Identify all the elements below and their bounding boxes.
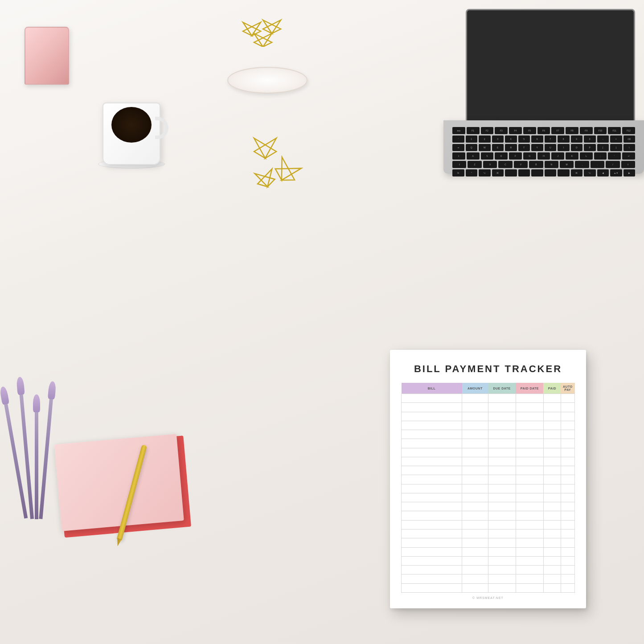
- cell-due_date-11[interactable]: [488, 493, 516, 502]
- keyboard-key[interactable]: F10: [594, 127, 607, 134]
- cell-due_date-18[interactable]: [488, 556, 516, 565]
- keyboard-key[interactable]: Z: [468, 161, 481, 168]
- cell-auto_pay-11[interactable]: [561, 493, 574, 502]
- cell-amount-12[interactable]: [462, 502, 488, 511]
- cell-paid-11[interactable]: [543, 493, 561, 502]
- keyboard-key[interactable]: F2: [481, 127, 494, 134]
- keyboard-key[interactable]: F8: [566, 127, 578, 134]
- cell-bill-2[interactable]: [402, 412, 462, 421]
- cell-paid_date-9[interactable]: [516, 475, 543, 484]
- keyboard-key[interactable]: N: [545, 161, 558, 168]
- cell-auto_pay-2[interactable]: [561, 412, 574, 421]
- cell-amount-20[interactable]: [462, 574, 488, 583]
- keyboard-key[interactable]: Q: [466, 144, 478, 151]
- cell-paid-19[interactable]: [543, 566, 561, 574]
- keyboard-key[interactable]: 4: [505, 135, 517, 143]
- cell-bill-19[interactable]: [402, 566, 462, 574]
- cell-paid-16[interactable]: [543, 538, 561, 547]
- keyboard-key[interactable]: H: [537, 152, 550, 160]
- cell-auto_pay-8[interactable]: [561, 466, 574, 475]
- cell-amount-9[interactable]: [462, 475, 488, 484]
- cell-amount-17[interactable]: [462, 547, 488, 556]
- keyboard-key[interactable]: /: [606, 161, 619, 168]
- cell-due_date-17[interactable]: [488, 547, 516, 556]
- cell-bill-17[interactable]: [402, 547, 462, 556]
- cell-paid-3[interactable]: [543, 421, 561, 430]
- cell-bill-11[interactable]: [402, 493, 462, 502]
- cell-amount-10[interactable]: [462, 484, 488, 493]
- cell-auto_pay-3[interactable]: [561, 421, 574, 430]
- keyboard-key[interactable]: ⌥: [584, 169, 596, 176]
- cell-paid_date-1[interactable]: [516, 403, 543, 412]
- cell-paid-0[interactable]: [543, 394, 561, 403]
- cell-due_date-14[interactable]: [488, 520, 516, 529]
- keyboard-key[interactable]: F4: [509, 127, 522, 134]
- cell-auto_pay-13[interactable]: [561, 511, 574, 520]
- cell-due_date-12[interactable]: [488, 502, 516, 511]
- cell-paid-20[interactable]: [543, 574, 561, 583]
- keyboard-key[interactable]: ⌃: [466, 169, 478, 176]
- cell-bill-15[interactable]: [402, 529, 462, 538]
- cell-due_date-6[interactable]: [488, 448, 516, 457]
- cell-bill-3[interactable]: [402, 421, 462, 430]
- keyboard-key[interactable]: fn: [452, 169, 464, 176]
- cell-paid_date-17[interactable]: [516, 547, 543, 556]
- keyboard-key[interactable]: S: [481, 152, 494, 160]
- cell-paid-7[interactable]: [543, 457, 561, 466]
- cell-auto_pay-12[interactable]: [561, 502, 574, 511]
- keyboard-key[interactable]: F5: [523, 127, 536, 134]
- keyboard-key[interactable]: ⇧: [452, 161, 466, 168]
- cell-paid_date-11[interactable]: [516, 493, 543, 502]
- cell-due_date-20[interactable]: [488, 574, 516, 583]
- keyboard-key[interactable]: 5: [518, 135, 530, 143]
- cell-paid-17[interactable]: [543, 547, 561, 556]
- keyboard-key[interactable]: L: [580, 152, 593, 160]
- keyboard-key[interactable]: ⌥: [479, 169, 491, 176]
- cell-bill-10[interactable]: [402, 484, 462, 493]
- keyboard-key[interactable]: W: [479, 144, 491, 151]
- cell-auto_pay-17[interactable]: [561, 547, 574, 556]
- keyboard-key[interactable]: esc: [452, 127, 465, 134]
- cell-paid_date-8[interactable]: [516, 466, 543, 475]
- keyboard-key[interactable]: `: [452, 135, 464, 143]
- keyboard-key[interactable]: 6: [531, 135, 543, 143]
- keyboard-key[interactable]: C: [498, 161, 512, 168]
- keyboard-key[interactable]: ◀: [597, 169, 609, 176]
- keyboard-key[interactable]: .: [591, 161, 604, 168]
- cell-due_date-10[interactable]: [488, 484, 516, 493]
- cell-auto_pay-1[interactable]: [561, 403, 574, 412]
- cell-auto_pay-10[interactable]: [561, 484, 574, 493]
- keyboard-key[interactable]: 2: [479, 135, 491, 143]
- cell-paid-15[interactable]: [543, 529, 561, 538]
- cell-paid_date-7[interactable]: [516, 457, 543, 466]
- cell-due_date-13[interactable]: [488, 511, 516, 520]
- cell-paid-8[interactable]: [543, 466, 561, 475]
- keyboard-key[interactable]: F12: [622, 127, 635, 134]
- cell-auto_pay-18[interactable]: [561, 556, 574, 565]
- keyboard-key[interactable]: K: [566, 152, 578, 160]
- keyboard-key[interactable]: =: [610, 135, 622, 143]
- cell-due_date-2[interactable]: [488, 412, 516, 421]
- keyboard-key[interactable]: [: [597, 144, 609, 151]
- cell-paid-4[interactable]: [543, 430, 561, 439]
- keyboard-key[interactable]: ⌘: [492, 169, 504, 176]
- cell-paid_date-2[interactable]: [516, 412, 543, 421]
- cell-bill-7[interactable]: [402, 457, 462, 466]
- cell-paid_date-21[interactable]: [516, 583, 543, 592]
- keyboard-key[interactable]: F3: [495, 127, 508, 134]
- cell-auto_pay-20[interactable]: [561, 574, 574, 583]
- cell-amount-16[interactable]: [462, 538, 488, 547]
- cell-bill-9[interactable]: [402, 475, 462, 484]
- keyboard-key[interactable]: G: [523, 152, 536, 160]
- cell-paid-12[interactable]: [543, 502, 561, 511]
- cell-bill-20[interactable]: [402, 574, 462, 583]
- cell-amount-6[interactable]: [462, 448, 488, 457]
- keyboard-key[interactable]: ;: [594, 152, 607, 160]
- keyboard-key[interactable]: ': [608, 152, 621, 160]
- cell-paid-6[interactable]: [543, 448, 561, 457]
- keyboard-key[interactable]: O: [571, 144, 583, 151]
- keyboard-key[interactable]: D: [495, 152, 508, 160]
- keyboard-key[interactable]: ▶: [623, 169, 636, 176]
- cell-paid-2[interactable]: [543, 412, 561, 421]
- keyboard-key[interactable]: F9: [580, 127, 593, 134]
